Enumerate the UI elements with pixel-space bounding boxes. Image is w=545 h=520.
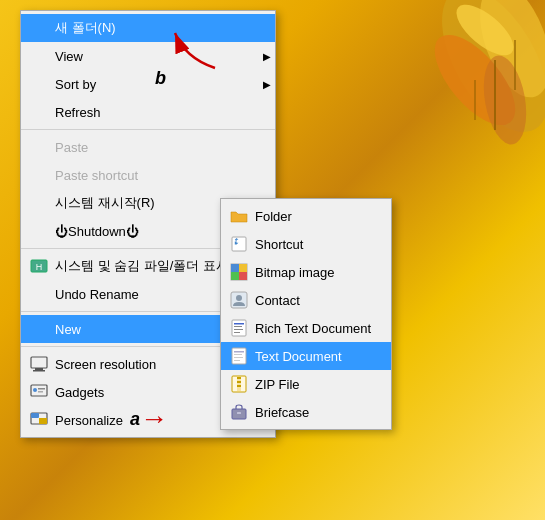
submenu-item-briefcase[interactable]: Briefcase — [221, 398, 391, 426]
refresh-label: Refresh — [55, 105, 255, 120]
svg-rect-34 — [234, 351, 244, 353]
paste-label: Paste — [55, 140, 255, 155]
zip-icon — [229, 374, 249, 394]
svg-rect-44 — [237, 412, 241, 414]
undo-icon — [29, 284, 49, 304]
shortcut-label: Shortcut — [255, 237, 371, 252]
submenu-item-folder[interactable]: Folder — [221, 202, 391, 230]
svg-rect-36 — [234, 357, 243, 358]
svg-rect-31 — [234, 329, 243, 330]
svg-rect-30 — [234, 326, 242, 327]
svg-rect-19 — [39, 418, 47, 424]
contact-label: Contact — [255, 293, 371, 308]
rtf-label: Rich Text Document — [255, 321, 371, 336]
svg-rect-20 — [232, 237, 246, 251]
annotation-a-arrow: → — [140, 403, 168, 435]
briefcase-label: Briefcase — [255, 405, 371, 420]
view-icon — [29, 46, 49, 66]
separator-1 — [21, 129, 275, 130]
svg-text:H: H — [36, 262, 43, 272]
submenu-item-shortcut[interactable]: Shortcut — [221, 230, 391, 258]
text-icon — [229, 346, 249, 366]
refresh-icon — [29, 102, 49, 122]
svg-point-27 — [236, 295, 242, 301]
svg-rect-42 — [237, 385, 241, 387]
svg-rect-35 — [234, 354, 242, 355]
new-submenu: Folder Shortcut Bitmap image Contact Ric… — [220, 198, 392, 430]
submenu-item-rtf[interactable]: Rich Text Document — [221, 314, 391, 342]
svg-rect-16 — [38, 391, 43, 393]
menu-item-refresh[interactable]: Refresh — [21, 98, 275, 126]
screen-resolution-icon — [29, 354, 49, 374]
undo-rename-label: Undo Rename — [55, 287, 202, 302]
contact-icon — [229, 290, 249, 310]
svg-rect-22 — [231, 264, 239, 272]
personalize-icon — [29, 410, 49, 430]
menu-item-view[interactable]: View — [21, 42, 275, 70]
shortcut-icon — [229, 234, 249, 254]
bitmap-label: Bitmap image — [255, 265, 371, 280]
svg-rect-25 — [239, 264, 247, 272]
folder-label: Folder — [255, 209, 371, 224]
new-folder-label: 새 폴더(N) — [55, 19, 255, 37]
gadgets-icon — [29, 382, 49, 402]
annotation-a-label: a — [130, 409, 140, 430]
svg-rect-18 — [31, 413, 39, 418]
paste-shortcut-label: Paste shortcut — [55, 168, 255, 183]
rtf-icon — [229, 318, 249, 338]
sort-icon — [29, 74, 49, 94]
submenu-item-bitmap[interactable]: Bitmap image — [221, 258, 391, 286]
menu-item-paste[interactable]: Paste — [21, 133, 275, 161]
svg-rect-28 — [232, 320, 246, 336]
shutdown-icon — [29, 221, 49, 241]
svg-rect-24 — [231, 272, 239, 280]
paste-shortcut-icon — [29, 165, 49, 185]
svg-rect-12 — [33, 370, 45, 372]
svg-rect-32 — [234, 332, 240, 333]
folder-icon — [229, 206, 249, 226]
svg-point-14 — [33, 388, 37, 392]
svg-rect-15 — [38, 388, 45, 390]
svg-rect-37 — [234, 360, 240, 361]
hidden-files-icon: H — [29, 256, 49, 276]
svg-rect-40 — [237, 377, 241, 379]
menu-item-sort-by[interactable]: Sort by — [21, 70, 275, 98]
menu-item-new-folder[interactable]: 새 폴더(N) — [21, 14, 275, 42]
arrow-svg — [165, 18, 225, 78]
zip-label: ZIP File — [255, 377, 371, 392]
restart-icon — [29, 193, 49, 213]
new-folder-arrow — [165, 18, 225, 81]
text-label: Text Document — [255, 349, 371, 364]
svg-rect-10 — [31, 357, 47, 368]
svg-rect-29 — [234, 323, 244, 325]
bitmap-icon — [229, 262, 249, 282]
svg-rect-41 — [237, 381, 241, 383]
submenu-item-contact[interactable]: Contact — [221, 286, 391, 314]
paste-icon — [29, 137, 49, 157]
submenu-item-zip[interactable]: ZIP File — [221, 370, 391, 398]
briefcase-icon — [229, 402, 249, 422]
svg-rect-23 — [239, 272, 247, 280]
svg-rect-11 — [35, 368, 43, 370]
annotation-a: a → — [130, 403, 172, 435]
new-icon — [29, 319, 49, 339]
view-label: View — [55, 49, 255, 64]
menu-item-paste-shortcut[interactable]: Paste shortcut — [21, 161, 275, 189]
new-folder-icon — [29, 18, 49, 38]
submenu-item-text[interactable]: Text Document — [221, 342, 391, 370]
svg-rect-33 — [232, 348, 246, 364]
